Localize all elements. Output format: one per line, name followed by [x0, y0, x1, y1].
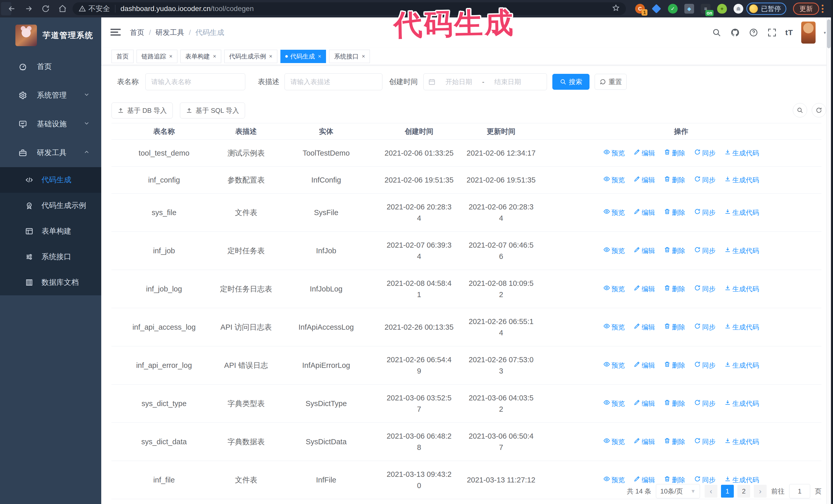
action-delete-link[interactable]: 删除 — [664, 360, 685, 371]
browser-update-button[interactable]: 更新 — [793, 3, 819, 15]
action-edit-link[interactable]: 编辑 — [634, 436, 655, 447]
search-button[interactable]: 搜索 — [552, 74, 590, 90]
action-edit-link[interactable]: 编辑 — [634, 207, 655, 218]
action-delete-link[interactable]: 删除 — [664, 245, 685, 256]
refresh-table-button[interactable] — [812, 103, 826, 117]
profile-paused-badge[interactable]: 已暂停 — [746, 3, 786, 15]
page-button-1[interactable]: 1 — [721, 485, 734, 498]
security-warning-icon[interactable]: 不安全 — [79, 4, 110, 14]
font-size-icon[interactable]: tT — [785, 28, 793, 37]
tab-0[interactable]: 首页 — [112, 50, 134, 63]
tab-close-icon[interactable]: × — [318, 53, 322, 60]
extension-gem-icon[interactable] — [651, 4, 661, 14]
action-sync-link[interactable]: 同步 — [694, 283, 716, 294]
sidebar-item-1[interactable]: 系统管理 — [0, 81, 101, 110]
browser-menu-icon[interactable] — [820, 4, 825, 14]
tab-close-icon[interactable]: × — [213, 53, 216, 60]
end-date-placeholder[interactable]: 结束日期 — [489, 77, 527, 87]
action-preview-link[interactable]: 预览 — [603, 321, 625, 333]
action-generate-code-link[interactable]: 生成代码 — [724, 245, 759, 256]
browser-back-icon[interactable] — [7, 4, 17, 14]
action-generate-code-link[interactable]: 生成代码 — [724, 360, 759, 371]
breadcrumb-home[interactable]: 首页 — [130, 28, 144, 38]
sidebar-item-2[interactable]: 基础设施 — [0, 110, 101, 139]
extension-orange-icon[interactable]: C 1 — [635, 4, 645, 14]
extension-android-icon[interactable]: ⌖ — [717, 4, 727, 14]
action-sync-link[interactable]: 同步 — [694, 436, 716, 447]
tab-1[interactable]: 链路追踪 × — [137, 50, 177, 63]
tab-4[interactable]: 代码生成 × — [280, 50, 326, 63]
action-preview-link[interactable]: 预览 — [603, 283, 625, 294]
import-sql-button[interactable]: 基于 SQL 导入 — [180, 102, 245, 118]
app-logo[interactable]: 芋道管理系统 — [0, 18, 101, 52]
scrollbar-track[interactable] — [826, 18, 831, 504]
next-page-button[interactable]: › — [754, 485, 767, 498]
action-generate-code-link[interactable]: 生成代码 — [724, 283, 759, 294]
collapse-menu-icon[interactable] — [111, 27, 122, 38]
action-sync-link[interactable]: 同步 — [694, 360, 716, 371]
action-generate-code-link[interactable]: 生成代码 — [724, 436, 759, 447]
action-delete-link[interactable]: 删除 — [664, 283, 685, 294]
action-sync-link[interactable]: 同步 — [694, 321, 716, 333]
date-range-picker[interactable]: 开始日期 - 结束日期 — [423, 73, 547, 90]
sidebar-item-3[interactable]: 研发工具 — [0, 139, 101, 167]
action-edit-link[interactable]: 编辑 — [634, 147, 655, 159]
action-generate-code-link[interactable]: 生成代码 — [724, 398, 759, 409]
action-delete-link[interactable]: 删除 — [664, 147, 685, 159]
action-sync-link[interactable]: 同步 — [694, 147, 716, 159]
action-sync-link[interactable]: 同步 — [694, 398, 716, 409]
import-db-button[interactable]: 基于 DB 导入 — [112, 102, 173, 118]
fullscreen-icon[interactable] — [767, 27, 777, 38]
action-preview-link[interactable]: 预览 — [603, 436, 625, 447]
submenu-item-2[interactable]: 表单构建 — [0, 218, 101, 244]
action-edit-link[interactable]: 编辑 — [634, 321, 655, 333]
action-preview-link[interactable]: 预览 — [603, 174, 625, 186]
extension-switch-icon[interactable]: ≡ on — [701, 4, 711, 14]
tab-close-icon[interactable]: × — [269, 53, 272, 60]
action-generate-code-link[interactable]: 生成代码 — [724, 321, 759, 333]
sidebar-item-0[interactable]: 首页 — [0, 52, 101, 81]
prev-page-button[interactable]: ‹ — [705, 485, 717, 498]
address-bar[interactable]: 不安全 dashboard.yudao.iocoder.cn/tool/code… — [73, 2, 626, 15]
search-icon[interactable] — [712, 27, 722, 38]
action-edit-link[interactable]: 编辑 — [634, 360, 655, 371]
toggle-search-button[interactable] — [793, 103, 807, 117]
submenu-item-3[interactable]: 系统接口 — [0, 244, 101, 270]
action-generate-code-link[interactable]: 生成代码 — [724, 207, 759, 218]
action-delete-link[interactable]: 删除 — [664, 321, 685, 333]
action-generate-code-link[interactable]: 生成代码 — [724, 147, 759, 159]
browser-reload-icon[interactable] — [41, 4, 51, 14]
submenu-item-4[interactable]: 数据库文档 — [0, 270, 101, 295]
action-edit-link[interactable]: 编辑 — [634, 245, 655, 256]
extension-check-icon[interactable]: ✓ — [668, 4, 678, 14]
user-avatar[interactable] — [801, 22, 815, 44]
bookmark-star-icon[interactable] — [612, 4, 620, 14]
github-icon[interactable] — [730, 27, 740, 38]
browser-forward-icon[interactable] — [24, 4, 34, 14]
action-delete-link[interactable]: 删除 — [664, 174, 685, 186]
action-preview-link[interactable]: 预览 — [603, 398, 625, 409]
tab-2[interactable]: 表单构建 × — [181, 50, 221, 63]
action-delete-link[interactable]: 删除 — [664, 436, 685, 447]
help-icon[interactable] — [748, 27, 759, 38]
tab-close-icon[interactable]: × — [362, 53, 365, 60]
table-desc-input[interactable]: 请输入表描述 — [285, 73, 382, 90]
tab-3[interactable]: 代码生成示例 × — [224, 50, 277, 63]
page-size-select[interactable]: 10条/页 ▼ — [656, 484, 700, 498]
table-name-input[interactable]: 请输入表名称 — [145, 73, 245, 90]
action-sync-link[interactable]: 同步 — [694, 174, 716, 186]
action-sync-link[interactable]: 同步 — [694, 207, 716, 218]
submenu-item-0[interactable]: 代码生成 — [0, 167, 101, 193]
scrollbar-thumb[interactable] — [827, 20, 830, 48]
breadcrumb-devtools[interactable]: 研发工具 — [156, 28, 184, 38]
action-edit-link[interactable]: 编辑 — [634, 174, 655, 186]
reset-button[interactable]: 重置 — [595, 74, 627, 90]
start-date-placeholder[interactable]: 开始日期 — [439, 77, 478, 87]
action-edit-link[interactable]: 编辑 — [634, 283, 655, 294]
browser-home-icon[interactable] — [57, 4, 68, 14]
action-preview-link[interactable]: 预览 — [603, 147, 625, 159]
page-button-2[interactable]: 2 — [737, 485, 750, 498]
tab-5[interactable]: 系统接口 × — [329, 50, 370, 63]
extension-grid-icon[interactable]: ◆ — [684, 4, 694, 14]
avatar-caret-icon[interactable]: ▾ — [824, 30, 826, 35]
